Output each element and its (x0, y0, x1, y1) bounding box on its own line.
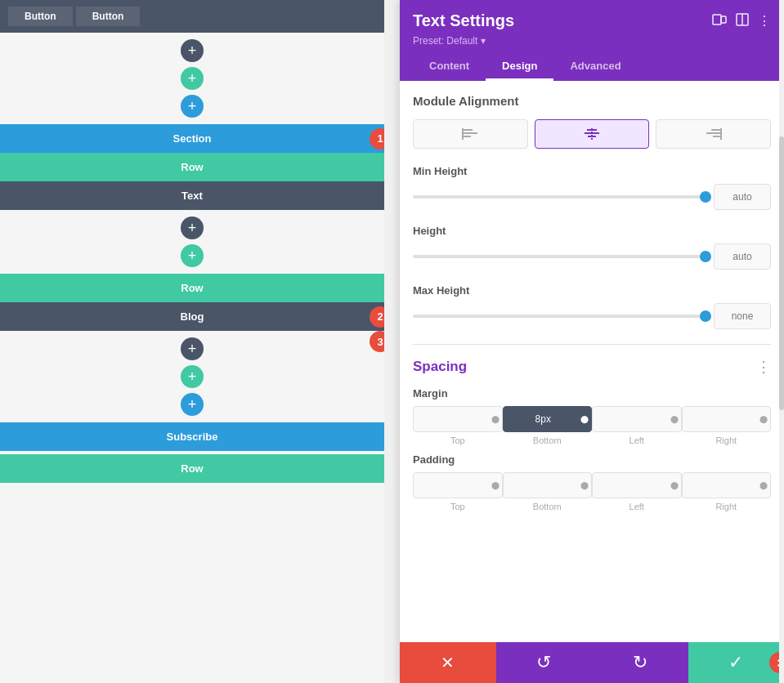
panel-title: Text Settings (413, 11, 514, 30)
min-height-track[interactable] (413, 195, 706, 199)
add-btn-green-1[interactable]: + (181, 67, 204, 90)
padding-left-link-icon: ⬤ (670, 481, 679, 489)
redo-icon: ↻ (633, 652, 647, 673)
badge-1: 1 (370, 128, 384, 150)
top-buttons-row: Button Button (0, 0, 384, 33)
min-height-thumb[interactable] (700, 191, 711, 203)
layout-icon[interactable] (735, 12, 750, 30)
spacing-title: Spacing (413, 359, 467, 375)
height-label: Height (413, 225, 771, 237)
margin-top-cell: ⬤ Top (413, 406, 503, 445)
align-center-btn[interactable] (535, 119, 650, 149)
panel-preset[interactable]: Preset: Default ▾ (413, 35, 771, 47)
height-section: Height auto (413, 225, 771, 270)
row-label-1: Row (181, 161, 203, 173)
add-buttons-group-1: + + + (0, 33, 384, 124)
margin-bottom-input[interactable] (503, 406, 593, 432)
max-height-value[interactable]: none (714, 303, 771, 329)
row-bar-3[interactable]: Row 3 (0, 454, 384, 483)
save-button[interactable]: ✓ 3 (688, 642, 785, 683)
save-icon: ✓ (728, 652, 743, 673)
padding-bottom-label: Bottom (533, 502, 562, 511)
add-btn-blue-3[interactable]: + (181, 393, 204, 416)
button-2[interactable]: Button (76, 7, 141, 26)
more-icon[interactable]: ⋮ (758, 13, 771, 29)
add-btn-blue-1[interactable]: + (181, 95, 204, 118)
action-bar: ✕ ↺ ↻ ✓ 3 (400, 642, 784, 683)
height-slider-row: auto (413, 243, 771, 270)
padding-bottom-input[interactable] (503, 472, 593, 498)
max-height-label: Max Height (413, 284, 771, 297)
section-bar[interactable]: Section 1 (0, 124, 384, 153)
redo-button[interactable]: ↻ (592, 642, 688, 683)
add-btn-dark-2[interactable]: + (181, 217, 204, 239)
section-row: Section 1 (0, 124, 384, 153)
max-height-section: Max Height none (413, 284, 771, 329)
row-bar-1[interactable]: Row (0, 153, 384, 181)
padding-label: Padding (413, 453, 771, 466)
max-height-slider-row: none (413, 303, 771, 329)
margin-grid: ⬤ Top ⬤ Bottom ⬤ Left (413, 406, 771, 445)
padding-top-label: Top (450, 502, 465, 511)
blog-row: Blog 2 (0, 302, 384, 331)
align-right-btn[interactable] (656, 119, 771, 149)
spacing-header: Spacing ⋮ (413, 358, 771, 376)
height-value[interactable]: auto (714, 243, 771, 270)
margin-left-label: Left (629, 435, 644, 445)
add-btn-green-3[interactable]: + (181, 365, 204, 388)
margin-right-label: Right (715, 435, 737, 445)
alignment-group (413, 119, 771, 149)
padding-grid: ⬤ Top ⬤ Bottom ⬤ Left (413, 472, 771, 511)
section-label: Section (173, 132, 212, 145)
blog-bar[interactable]: Blog 2 (0, 302, 384, 331)
add-btn-dark-3[interactable]: + (181, 337, 204, 360)
row-bar-2[interactable]: Row (0, 274, 384, 302)
subscribe-bar[interactable]: Subscribe (0, 422, 384, 451)
text-label: Text (181, 190, 203, 202)
margin-left-input[interactable] (592, 406, 682, 432)
cancel-icon: ✕ (441, 653, 455, 672)
add-btn-green-2[interactable]: + (181, 244, 204, 267)
padding-top-link-icon: ⬤ (491, 481, 500, 489)
module-alignment-label: Module Alignment (413, 94, 771, 108)
tab-advanced[interactable]: Advanced (553, 53, 637, 81)
margin-bottom-cell: ⬤ Bottom (503, 406, 593, 445)
margin-top-input[interactable] (413, 406, 503, 432)
padding-right-label: Right (715, 502, 737, 511)
margin-label: Margin (413, 387, 771, 400)
height-thumb[interactable] (700, 251, 711, 262)
tab-design[interactable]: Design (486, 53, 553, 81)
responsive-icon[interactable] (712, 12, 727, 30)
tab-content[interactable]: Content (413, 53, 486, 81)
padding-right-input[interactable] (682, 472, 772, 498)
max-height-track[interactable] (413, 315, 706, 318)
undo-button[interactable]: ↺ (496, 642, 593, 683)
svg-rect-1 (721, 16, 726, 23)
margin-right-input[interactable] (682, 406, 772, 432)
undo-icon: ↺ (536, 652, 551, 673)
subscribe-label: Subscribe (167, 431, 218, 443)
padding-top-input[interactable] (413, 472, 503, 498)
margin-top-label: Top (450, 435, 465, 445)
padding-left-input[interactable] (592, 472, 682, 498)
margin-bottom-link-icon: ⬤ (580, 415, 589, 423)
panel-title-row: Text Settings ⋮ (413, 11, 771, 30)
text-bar[interactable]: Text (0, 181, 384, 210)
height-track[interactable] (413, 255, 706, 258)
min-height-value[interactable]: auto (714, 184, 771, 210)
margin-top-link-icon: ⬤ (491, 415, 500, 423)
add-buttons-group-3: + + + (0, 331, 384, 422)
cancel-button[interactable]: ✕ (400, 642, 496, 683)
scrollbar-thumb[interactable] (779, 136, 784, 409)
padding-right-link-icon: ⬤ (759, 481, 768, 489)
align-left-btn[interactable] (413, 119, 528, 149)
padding-top-cell: ⬤ Top (413, 472, 503, 511)
margin-left-cell: ⬤ Left (592, 406, 682, 445)
panel-header: Text Settings ⋮ Preset: Default ▾ (400, 0, 784, 81)
divider (413, 344, 771, 345)
spacing-more-icon[interactable]: ⋮ (756, 358, 771, 376)
button-1[interactable]: Button (8, 7, 73, 26)
panel-title-icons: ⋮ (712, 12, 771, 30)
add-btn-dark-1[interactable]: + (181, 39, 204, 62)
max-height-thumb[interactable] (700, 310, 711, 322)
